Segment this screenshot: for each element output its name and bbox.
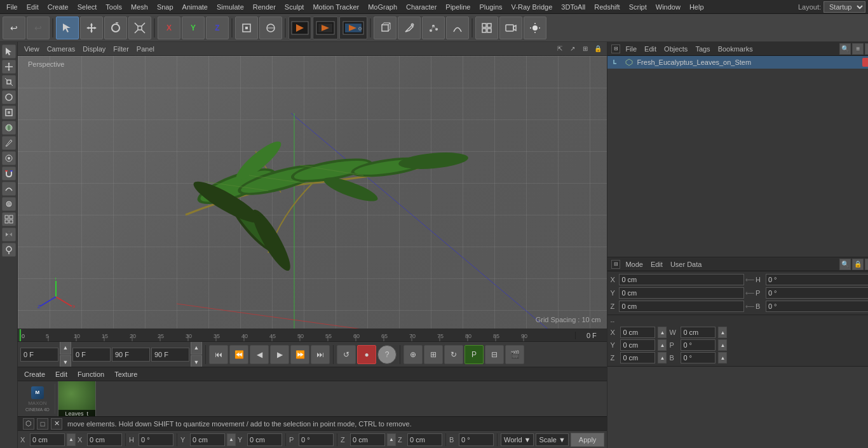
menu-vray[interactable]: V-Ray Bridge [508,2,557,12]
sidebar-paint-tool[interactable]: S [2,197,16,211]
z-coord-field[interactable] [350,433,385,446]
y-coord-field[interactable] [190,433,225,446]
time-up-arrow[interactable]: ▲ [191,341,202,355]
attr-mode-menu[interactable]: Mode [623,260,646,269]
step-forward-button[interactable]: ⏩ [290,345,309,364]
menu-motion-tracker[interactable]: Motion Tracker [309,2,363,12]
move-keyframe-button[interactable]: ⊕ [403,345,423,364]
obj-bookmarks-menu[interactable]: Bookmarks [715,44,756,53]
sx-field[interactable] [620,327,655,338]
viewport[interactable]: View Cameras Display Filter Panel ⇱ ↗ ⊞ … [18,42,607,329]
x-position-field[interactable] [619,274,744,285]
sz-arrow[interactable]: ▲ [658,352,667,363]
menu-simulate[interactable]: Simulate [213,2,248,12]
render-active-view[interactable] [288,17,311,39]
sidebar-move-tool[interactable] [2,60,16,74]
sidebar-loop-tool[interactable] [2,151,16,165]
sidebar-magnet-tool[interactable] [2,166,16,180]
sz-field[interactable] [620,352,655,363]
menu-animate[interactable]: Animate [179,2,212,12]
viewport-menu-display[interactable]: Display [80,44,108,53]
menu-character[interactable]: Character [402,2,440,12]
redo-button[interactable]: ↩ [27,17,50,39]
menu-select[interactable]: Select [74,2,101,12]
sidebar-grid-fill[interactable] [2,212,16,226]
menu-pipeline[interactable]: Pipeline [442,2,474,12]
scale-dropdown[interactable]: Scale ▼ [536,433,568,446]
current-frame-field[interactable]: 0 F [20,348,58,362]
menu-help[interactable]: Help [686,2,708,12]
frame-up-arrow[interactable]: ▲ [60,341,71,355]
x2-coord-field[interactable] [87,433,122,446]
viewport-canvas[interactable]: X Y Z Perspective Grid Spacing : 10 cm [18,56,607,329]
viewport-menu-filter[interactable]: Filter [111,44,131,53]
sidebar-smooth-tool[interactable] [2,182,16,196]
object-mode-button[interactable] [235,17,258,39]
keyframe-grid-button[interactable]: ⊟ [485,345,504,364]
table-row[interactable]: Fresh_Eucalyptus_Leaves_on_Stem [607,56,868,69]
menu-mesh[interactable]: Mesh [127,2,152,12]
light-button[interactable] [524,17,546,39]
obj-search-icon[interactable]: 🔍 [839,43,851,55]
null-button[interactable] [259,17,282,39]
sp-field[interactable] [681,339,715,351]
animate-button[interactable]: 🎬 [505,345,524,364]
obj-file-menu[interactable]: File [623,44,639,53]
sidebar-object-mode[interactable] [2,105,16,119]
viewport-lock-icon[interactable]: 🔒 [593,44,603,54]
viewport-menu-cameras[interactable]: Cameras [44,44,78,53]
menu-tools[interactable]: Tools [102,2,126,12]
menu-file[interactable]: File [3,2,22,12]
menu-sculpt[interactable]: Sculpt [281,2,308,12]
record-active-button[interactable]: P [465,345,484,364]
material-function-menu[interactable]: Function [75,370,107,379]
menu-redshift[interactable]: Redshift [590,2,623,12]
layout-dropdown[interactable]: Startup [824,1,865,13]
spline-button[interactable] [446,17,469,39]
go-to-end-button[interactable]: ⏭ [311,345,330,364]
viewport-menu-view[interactable]: View [22,44,42,53]
step-back-button[interactable]: ⏪ [229,345,248,364]
scale-mode-button[interactable] [128,17,151,39]
start-frame-field[interactable]: 0 F [72,348,111,362]
render-picture-viewer[interactable] [313,17,338,39]
menu-plugins[interactable]: Plugins [475,2,506,12]
sw-arrow[interactable]: ▲ [718,327,727,338]
end-frame-field[interactable]: 90 F [112,348,150,362]
menu-edit[interactable]: Edit [23,2,43,12]
menu-3dtoall[interactable]: 3DToAll [557,2,589,12]
h-coord-field[interactable] [139,433,173,446]
move-mode-button[interactable] [80,17,103,39]
timeline[interactable]: 0 5 10 15 20 25 30 35 [18,329,607,367]
material-texture-menu[interactable]: Texture [112,370,140,379]
sidebar-cursor-tool[interactable] [2,44,16,58]
p-field[interactable] [766,287,868,299]
viewport-split-icon[interactable]: ⊞ [580,44,590,54]
b-field[interactable] [766,301,868,312]
obj-settings-icon[interactable]: ≡ [852,43,864,55]
point-button[interactable] [422,17,445,39]
camera-record-button[interactable] [499,17,522,39]
attr-edit-menu[interactable]: Edit [648,260,665,269]
material-create-menu[interactable]: Create [22,370,48,379]
h-field[interactable] [766,274,868,285]
sb-arrow[interactable]: ▲ [718,352,727,363]
obj-tags-menu[interactable]: Tags [693,44,712,53]
pen-button[interactable] [398,17,421,39]
undo-button[interactable]: ↩ [3,17,25,39]
x-axis-button[interactable]: X [158,17,180,39]
y2-coord-field[interactable] [247,433,282,446]
attr-collapse[interactable]: ⊟ [611,260,620,269]
z-axis-button[interactable]: Z [206,17,229,39]
obj-objects-menu[interactable]: Objects [661,44,690,53]
grid-button[interactable] [475,17,498,39]
p-coord-field[interactable] [299,433,334,446]
sp-arrow[interactable]: ▲ [718,339,727,351]
viewport-menu-panel[interactable]: Panel [134,44,157,53]
sy-arrow[interactable]: ▲ [658,339,667,351]
attr-lock-icon[interactable]: 🔒 [852,259,864,270]
x-coord-up[interactable]: ▲ [67,433,76,446]
menu-snap[interactable]: Snap [153,2,177,12]
z-position-field[interactable] [619,301,744,312]
render-settings[interactable]: ⚙ [339,17,367,39]
